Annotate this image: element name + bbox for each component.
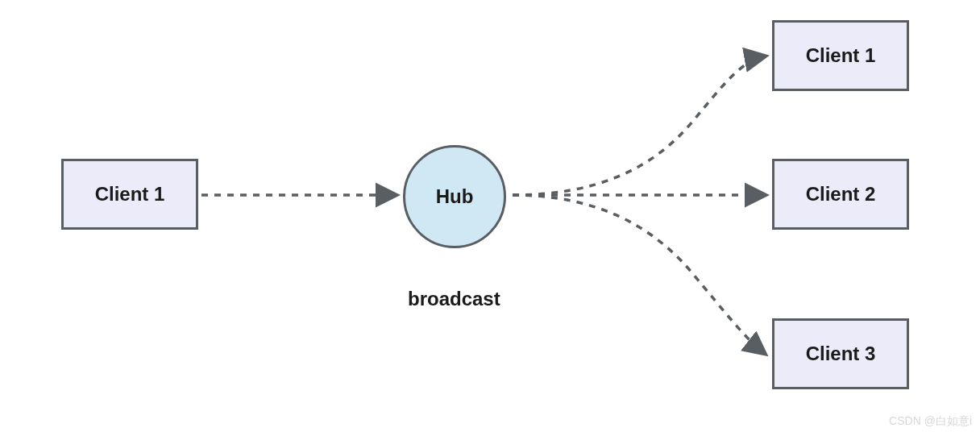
target-client-1-box: Client 1 bbox=[772, 20, 909, 91]
hub-node: Hub bbox=[403, 145, 506, 248]
target-client-2-box: Client 2 bbox=[772, 159, 909, 230]
watermark-text: CSDN @白如意i bbox=[889, 414, 972, 429]
source-client-box: Client 1 bbox=[61, 159, 198, 230]
source-client-label: Client 1 bbox=[95, 183, 165, 206]
target-client-1-label: Client 1 bbox=[806, 44, 876, 67]
broadcast-caption: broadcast bbox=[408, 288, 500, 310]
hub-label: Hub bbox=[436, 185, 474, 208]
target-client-3-label: Client 3 bbox=[806, 343, 876, 365]
arrow-hub-to-client1 bbox=[513, 56, 764, 195]
target-client-3-box: Client 3 bbox=[772, 318, 909, 389]
arrow-hub-to-client3 bbox=[513, 195, 764, 353]
target-client-2-label: Client 2 bbox=[806, 183, 876, 206]
